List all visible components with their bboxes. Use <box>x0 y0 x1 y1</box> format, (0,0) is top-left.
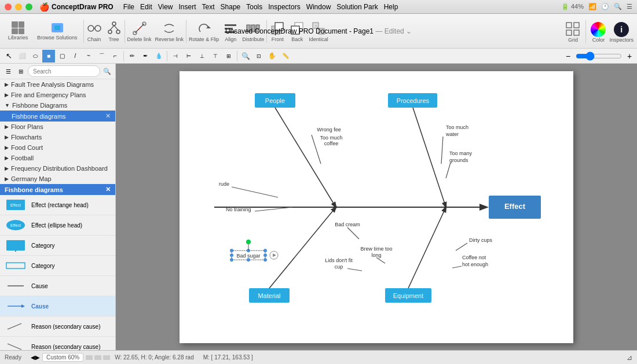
sidebar-item-germany[interactable]: ▶ Germany Map <box>0 174 115 184</box>
svg-text:Effect: Effect <box>10 223 21 227</box>
menu-view[interactable]: View <box>158 3 173 11</box>
sidebar-item-fishbone-sub[interactable]: Fishbone diagrams ✕ <box>0 111 115 122</box>
rotate-flip-button[interactable]: Rotate & Flip <box>189 20 219 42</box>
svg-rect-28 <box>574 23 579 28</box>
sidebar-search-button[interactable]: 🔍 <box>101 65 113 77</box>
edited-chevron[interactable]: ⌄ <box>406 27 412 35</box>
tree-button[interactable]: Tree <box>106 20 122 42</box>
menu-text[interactable]: Text <box>202 3 215 11</box>
svg-text:coffee: coffee <box>324 141 338 146</box>
conn5-tool[interactable]: ⊞ <box>222 50 235 62</box>
sidebar-grid-view[interactable]: ⊞ <box>15 65 27 77</box>
conn2-tool[interactable]: ⊢ <box>182 50 195 62</box>
pan-tool[interactable]: ✋ <box>266 50 279 62</box>
measure-tool[interactable]: 📏 <box>279 50 292 62</box>
zoom-in-button[interactable]: + <box>624 51 635 61</box>
menu-icon[interactable]: ☰ <box>627 3 632 10</box>
line-tool[interactable]: / <box>69 50 82 62</box>
libraries-button[interactable]: Libraries <box>3 20 32 42</box>
edited-indicator: — <box>375 27 384 35</box>
sidebar-item-football[interactable]: ▶ Football <box>0 153 115 163</box>
canvas-area[interactable]: Effect People Procedures Material Equipm… <box>116 64 637 350</box>
menu-inspectors[interactable]: Inspectors <box>268 3 300 11</box>
secondary-toolbar: ↖ ⬜ ⬭ ■ ▢ / ~ ⌒ ⌐ ✏ ✒ 💧 ⊣ ⊢ ⊥ ⊤ ⊞ 🔍 ⊡ ✋ … <box>0 49 637 64</box>
conn3-tool[interactable]: ⊥ <box>196 50 208 62</box>
sidebar-item-fire[interactable]: ▶ Fire and Emergency Plans <box>0 90 115 100</box>
chain-label: Chain <box>87 36 101 42</box>
maximize-button[interactable] <box>25 3 32 10</box>
eyedrop-tool[interactable]: 💧 <box>152 50 165 62</box>
sidebar-item-freq[interactable]: ▶ Frequency Distribution Dashboard <box>0 163 115 174</box>
chain-button[interactable]: Chain <box>86 20 102 42</box>
shape-preview-effect-rect: Effect <box>5 198 27 212</box>
scroll-next[interactable]: ▶ <box>35 354 40 361</box>
shape-cause-arrow[interactable]: Cause <box>0 296 115 317</box>
shape-category-1[interactable]: Category <box>0 236 115 256</box>
search-icon[interactable]: 🔍 <box>614 3 622 10</box>
active-panel-close[interactable]: ✕ <box>105 186 111 193</box>
zoom-slider[interactable] <box>576 53 622 60</box>
zoom-level[interactable]: Custom 60% <box>42 353 83 362</box>
menu-file[interactable]: File <box>123 3 134 11</box>
sidebar-list-view[interactable]: ☰ <box>2 65 14 77</box>
rounded-rect-tool[interactable]: ▢ <box>56 50 68 62</box>
filled-rect-tool[interactable]: ■ <box>42 50 55 62</box>
curve-tool[interactable]: ~ <box>82 50 95 62</box>
scroll-prev[interactable]: ◀ <box>31 354 35 361</box>
svg-line-60 <box>408 207 446 288</box>
color-button[interactable]: Color <box>591 22 606 43</box>
browse-solutions-button[interactable]: Browse Solutions <box>34 20 81 42</box>
shape-reason-2[interactable]: Reason (secondary cause) <box>0 337 115 350</box>
conn-tool[interactable]: ⌐ <box>109 50 122 62</box>
shape-cause-plain[interactable]: Cause <box>0 276 115 296</box>
minimize-button[interactable] <box>15 3 22 10</box>
sidebar-item-floor-plans[interactable]: ▶ Floor Plans <box>0 122 115 132</box>
menu-solution-park[interactable]: Solution Park <box>336 3 378 11</box>
svg-line-71 <box>441 137 443 164</box>
zoom-fit-tool[interactable]: ⊡ <box>252 50 265 62</box>
sidebar-item-flowcharts-label: Flowcharts <box>11 134 42 141</box>
svg-point-92 <box>263 253 267 257</box>
zoom-out-button[interactable]: − <box>563 51 573 61</box>
shape-preview-category-2 <box>5 259 27 273</box>
menu-tools[interactable]: Tools <box>246 3 262 11</box>
inspectors-button[interactable]: i Inspectors <box>609 22 634 43</box>
sidebar-item-food-court[interactable]: ▶ Food Court <box>0 142 115 153</box>
pencil-tool[interactable]: ✒ <box>139 50 152 62</box>
conn1-tool[interactable]: ⊣ <box>169 50 182 62</box>
pen-tool[interactable]: ✏ <box>126 50 138 62</box>
sidebar-item-flowcharts[interactable]: ▶ Flowcharts <box>0 132 115 142</box>
delete-link-label: Delete link <box>127 36 152 42</box>
shape-reason-1[interactable]: Reason (secondary cause) <box>0 317 115 337</box>
panel-close-btn[interactable]: ✕ <box>105 112 111 120</box>
sidebar-search-input[interactable] <box>28 65 100 77</box>
svg-line-66 <box>232 187 278 197</box>
select-tool[interactable]: ↖ <box>2 50 15 62</box>
grid-button[interactable]: Grid <box>565 21 581 43</box>
ellipse-tool[interactable]: ⬭ <box>29 50 42 62</box>
menu-window[interactable]: Window <box>306 3 331 11</box>
sidebar-item-fault-tree[interactable]: ▶ Fault Tree Analysis Diagrams <box>0 79 115 90</box>
shape-reason-1-label: Reason (secondary cause) <box>31 323 101 330</box>
rect-tool[interactable]: ⬜ <box>16 50 28 62</box>
sidebar-item-fishbone-diagrams[interactable]: ▼ Fishbone Diagrams <box>0 100 115 111</box>
shape-effect-ellipse[interactable]: Effect Effect (ellipse head) <box>0 215 115 236</box>
svg-rect-30 <box>574 30 579 35</box>
conn4-tool[interactable]: ⊤ <box>209 50 222 62</box>
close-button[interactable] <box>5 3 12 10</box>
arc-tool[interactable]: ⌒ <box>96 50 108 62</box>
svg-point-0 <box>88 25 94 31</box>
svg-rect-27 <box>566 23 572 28</box>
menu-edit[interactable]: Edit <box>140 3 152 11</box>
menu-insert[interactable]: Insert <box>179 3 196 11</box>
delete-link-button[interactable]: Delete link <box>127 20 152 42</box>
menu-shape[interactable]: Shape <box>221 3 241 11</box>
shape-effect-rect[interactable]: Effect Effect (rectange head) <box>0 195 115 215</box>
shape-category-2[interactable]: Category <box>0 256 115 276</box>
resize-handle[interactable]: ⊿ <box>627 354 632 362</box>
reverse-link-button[interactable]: Reverse link <box>155 20 184 42</box>
menu-help[interactable]: Help <box>384 3 398 11</box>
zoom-in-tool[interactable]: 🔍 <box>239 50 252 62</box>
svg-point-94 <box>230 258 233 262</box>
svg-text:hot enough: hot enough <box>462 262 488 267</box>
